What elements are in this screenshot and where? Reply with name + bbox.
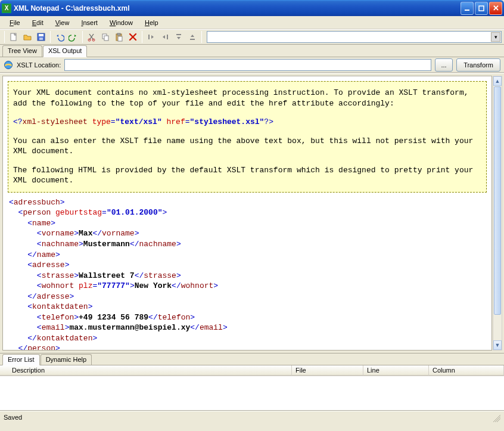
notice-paragraph: Your XML document contains no xml-styles… [13,88,481,108]
main-tabstrip: Tree View XSL Output [0,45,504,57]
tab-xsl-output[interactable]: XSL Output [43,45,87,57]
open-icon[interactable] [21,30,34,44]
redo-icon[interactable] [67,30,80,44]
notice-paragraph: You can also enter the XSLT file name us… [13,136,481,157]
output-panel: Your XML document contains no xml-styles… [0,73,504,353]
column-description[interactable]: Description [0,365,292,376]
nudge-left-icon[interactable] [145,30,158,44]
menu-edit[interactable]: Edit [27,18,48,27]
xslt-notice-box: Your XML document contains no xml-styles… [8,81,487,193]
tab-dynamic-help[interactable]: Dynamic Help [41,354,92,365]
nudge-down-icon[interactable] [186,30,199,44]
tab-tree-view[interactable]: Tree View [2,45,42,57]
scroll-down-icon[interactable]: ▼ [493,340,502,350]
svg-rect-0 [465,10,469,11]
bottom-tabstrip: Error List Dynamic Help [0,354,504,365]
toolbar-search-combo[interactable]: ▾ [207,31,502,43]
status-text: Saved [4,414,22,421]
menu-view[interactable]: View [51,18,74,27]
delete-icon[interactable] [126,30,139,44]
output-body: Your XML document contains no xml-styles… [2,76,492,351]
xslt-location-input[interactable] [64,59,431,71]
undo-icon[interactable] [53,30,66,44]
menu-file[interactable]: File [5,18,25,27]
menu-insert[interactable]: Insert [76,18,102,27]
maximize-button[interactable] [475,2,488,15]
save-icon[interactable] [35,30,48,44]
resize-grip-icon[interactable] [491,413,500,422]
window-title: XML Notepad - C:\adressbuch.xml [14,4,129,13]
svg-rect-14 [167,35,168,39]
svg-rect-9 [104,36,108,41]
title-bar: X XML Notepad - C:\adressbuch.xml ✕ [0,0,504,16]
minimize-button[interactable] [461,2,474,15]
paste-icon[interactable] [113,30,126,44]
app-icon: X [2,4,11,13]
xslt-browse-button[interactable]: ... [435,58,453,72]
scroll-up-icon[interactable]: ▲ [493,76,502,86]
svg-rect-15 [176,34,181,35]
menu-bar: File Edit View Insert Window Help [0,16,504,29]
xslt-transform-button[interactable]: Transform [456,58,500,72]
error-list-body [0,376,504,411]
svg-rect-11 [117,33,120,35]
dropdown-icon[interactable]: ▾ [491,32,500,42]
error-list-header: Description File Line Column [0,365,504,376]
toolbar: ▾ [0,29,504,45]
svg-rect-4 [39,34,43,36]
vertical-scrollbar[interactable]: ▲ ▼ [493,76,502,351]
tab-error-list[interactable]: Error List [2,354,40,365]
nudge-up-icon[interactable] [172,30,185,44]
svg-rect-12 [118,36,122,41]
column-column[interactable]: Column [429,365,504,376]
nudge-right-icon[interactable] [158,30,172,44]
close-button[interactable]: ✕ [489,2,502,15]
svg-rect-13 [148,35,150,39]
scroll-thumb[interactable] [494,86,501,315]
notice-code-line: <?xml-stylesheet type="text/xsl" href="s… [13,117,481,128]
xml-pretty-print: <adressbuch> <person geburtstag="01.01.2… [8,197,487,351]
bottom-panel: Error List Dynamic Help Description File… [0,353,504,411]
notice-paragraph: The following HTML is provided by the de… [13,165,481,186]
column-file[interactable]: File [292,365,363,376]
menu-help[interactable]: Help [140,18,163,27]
column-line[interactable]: Line [363,365,429,376]
svg-rect-5 [39,38,43,40]
svg-rect-16 [190,39,195,40]
svg-rect-1 [479,6,484,11]
menu-window[interactable]: Window [105,18,138,27]
copy-icon[interactable] [99,30,112,44]
xslt-location-bar: XSLT Location: ... Transform [0,57,504,73]
xslt-location-label: XSLT Location: [17,61,61,69]
status-bar: Saved [0,411,504,423]
new-file-icon[interactable] [7,30,20,44]
internet-explorer-icon [4,60,13,70]
cut-icon[interactable] [85,30,98,44]
